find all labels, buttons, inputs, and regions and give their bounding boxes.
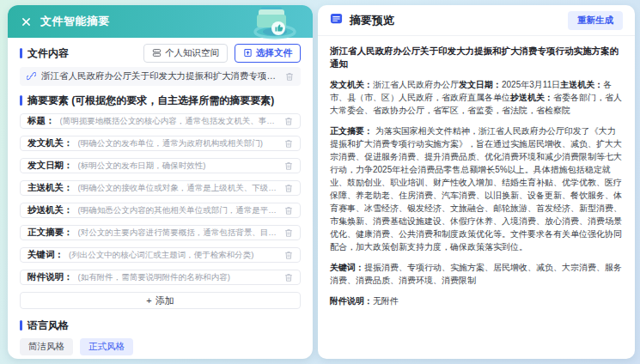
summary-element-label: 附件说明： (27, 271, 73, 283)
summary-elements-title: 摘要要素 (可根据您的要求，自主选择所需的摘要要素) (27, 94, 274, 108)
language-style-title: 语言风格 (27, 318, 69, 333)
summary-elements-section-header: 摘要要素 (可根据您的要求，自主选择所需的摘要要素) (20, 94, 301, 106)
file-content-section-header: 文件内容 (20, 46, 69, 61)
summary-element-row: 发文日期： (标明公文的发布日期，确保时效性) (20, 158, 301, 173)
style-chips: 简洁风格 正式风格 (20, 338, 301, 355)
summary-element-row: 附件说明： (如有附件，需简要说明附件的名称和内容) (20, 270, 301, 285)
summary-element-label: 发文日期： (27, 160, 73, 172)
element-delete-icon[interactable] (284, 139, 293, 149)
preview-paragraph: 附件说明：无附件 (330, 294, 623, 307)
summary-elements-list: 标题： (简明扼要地概括公文的核心内容，通常包括发文机关、事由和文种) 发文机关… (20, 113, 301, 285)
preview-document-icon (330, 12, 343, 28)
summary-element-desc: (如有附件，需简要说明附件的名称和内容) (78, 272, 280, 283)
summary-element-label: 正文摘要： (27, 227, 73, 239)
summary-element-row: 关键词： (列出公文中的核心词汇或主题词，便于检索和分类) (20, 247, 301, 263)
summary-preview-panel: 摘要预览 重新生成 浙江省人民政府办公厅关于印发大力提振和扩大消费专项行动实施方… (318, 5, 635, 359)
section-accent-bar (20, 48, 22, 58)
regenerate-button[interactable]: 重新生成 (568, 11, 623, 30)
summary-element-label: 标题： (27, 115, 55, 127)
summary-element-row: 发文机关： (明确公文的发布单位，通常为政府机构或相关部门) (20, 136, 301, 151)
select-file-label: 选择文件 (256, 47, 292, 59)
summary-element-desc: (简明扼要地概括公文的核心内容，通常包括发文机关、事由和文种) (60, 116, 280, 127)
preview-title-label: 摘要预览 (350, 13, 568, 28)
summary-element-desc: (明确公文的接收单位或对象，通常是上级机关、下级机关或相关部门) (78, 183, 280, 194)
element-delete-icon[interactable] (284, 273, 293, 282)
element-delete-icon[interactable] (284, 228, 293, 238)
file-content-title: 文件内容 (27, 46, 69, 61)
preview-paragraph: 关键词：提振消费、专项行动、实施方案、居民增收、减负、大宗消费、服务消费、消费品… (330, 261, 623, 287)
preview-header: 摘要预览 重新生成 (318, 5, 635, 36)
left-panel-header: 文件智能摘要 (8, 5, 313, 38)
knowledge-space-icon (152, 48, 162, 59)
summary-element-row: 标题： (简明扼要地概括公文的核心内容，通常包括发文机关、事由和文种) (20, 113, 301, 129)
summary-element-row: 抄送机关： (明确知悉公文内容的其他相关单位或部门，通常是平行机关、监督机关或与… (20, 203, 301, 218)
left-panel-body: 文件内容 个人知识空间 选择文件 (8, 38, 313, 359)
preview-paragraph: 正文摘要： 为落实国家相关文件精神，浙江省人民政府办公厅印发了《大力提振和扩大消… (330, 124, 623, 253)
select-file-button[interactable]: 选择文件 (235, 44, 301, 63)
folder-illustration-icon (239, 5, 304, 43)
preview-content: 发文机关：浙江省人民政府办公厅发文日期：2025年3月11日主送机关：各市、县（… (330, 78, 623, 307)
summary-settings-panel: 文件智能摘要 文件内容 (8, 5, 313, 359)
element-delete-icon[interactable] (284, 161, 293, 171)
link-icon (27, 69, 36, 84)
preview-body: 浙江省人民政府办公厅关于印发大力提振和扩大消费专项行动实施方案的通知 发文机关：… (318, 36, 635, 324)
language-style-section-header: 语言风格 (20, 319, 301, 331)
close-icon[interactable] (20, 15, 32, 27)
plus-icon: + (146, 295, 151, 306)
summary-element-desc: (对公文的主要内容进行简要概括，通常包括背景、目的、主要措施、要求或结论等，摘要… (78, 228, 280, 239)
file-name: 浙江省人民政府办公厅关于印发大力提振和扩大消费专项行动实施方案的通知.pdf (41, 70, 280, 82)
summary-element-label: 主送机关： (27, 182, 73, 194)
summary-element-label: 关键词： (27, 249, 64, 261)
preview-paragraph: 发文机关：浙江省人民政府办公厅发文日期：2025年3月11日主送机关：各市、县（… (330, 78, 623, 117)
element-delete-icon[interactable] (284, 251, 293, 260)
select-file-icon (243, 48, 253, 59)
file-delete-icon[interactable] (285, 72, 294, 82)
style-chip[interactable]: 正式风格 (80, 338, 133, 355)
element-delete-icon[interactable] (284, 117, 293, 126)
summary-element-desc: (列出公文中的核心词汇或主题词，便于检索和分类) (69, 250, 279, 261)
summary-element-desc: (标明公文的发布日期，确保时效性) (78, 161, 280, 172)
summary-element-desc: (明确知悉公文内容的其他相关单位或部门，通常是平行机关、监督机关或与公文事项有协… (78, 205, 280, 216)
section-accent-bar (20, 320, 22, 331)
element-delete-icon[interactable] (284, 184, 293, 193)
document-title: 浙江省人民政府办公厅关于印发大力提振和扩大消费专项行动实施方案的通知 (330, 45, 623, 70)
uploaded-file-row: 浙江省人民政府办公厅关于印发大力提振和扩大消费专项行动实施方案的通知.pdf (20, 67, 301, 86)
summary-element-desc: (明确公文的发布单位，通常为政府机构或相关部门) (78, 138, 280, 149)
section-accent-bar (20, 95, 22, 106)
knowledge-space-button[interactable]: 个人知识空间 (143, 44, 228, 63)
knowledge-space-label: 个人知识空间 (165, 47, 219, 59)
element-delete-icon[interactable] (284, 206, 293, 215)
summary-element-row: 正文摘要： (对公文的主要内容进行简要概括，通常包括背景、目的、主要措施、要求或… (20, 225, 301, 240)
panel-title: 文件智能摘要 (40, 14, 110, 29)
style-chip[interactable]: 简洁风格 (20, 338, 73, 355)
add-element-label: 添加 (155, 294, 174, 307)
summary-element-row: 主送机关： (明确公文的接收单位或对象，通常是上级机关、下级机关或相关部门) (20, 180, 301, 196)
summary-element-label: 抄送机关： (27, 204, 73, 216)
summary-element-label: 发文机关： (27, 137, 73, 149)
add-element-button[interactable]: + 添加 (20, 292, 301, 309)
